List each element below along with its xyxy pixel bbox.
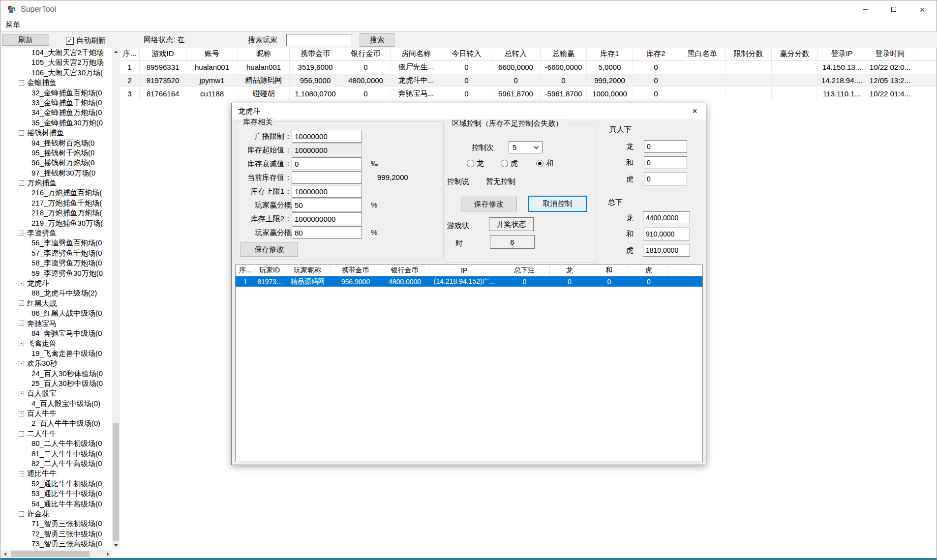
column-header[interactable]: 限制分数 [725,48,772,60]
stock-field-input[interactable] [292,199,362,211]
tree-group[interactable]: -奔驰宝马 [1,319,112,328]
column-header[interactable]: 赢分分数 [772,48,818,60]
tree-group[interactable]: -万炮捕鱼 [1,178,112,188]
radio-dragon[interactable]: 龙 [467,159,484,168]
tree-group[interactable]: -龙虎斗 [1,278,112,288]
column-header[interactable]: 序... [120,48,140,60]
tree-item[interactable]: 104_大闹天宫2千炮场 [1,48,112,58]
dialog-column-header[interactable]: 总下注 [499,265,550,276]
tree-item[interactable]: 57_李逵劈鱼千炮场(0 [1,248,112,258]
real-bet-input[interactable] [644,156,687,169]
dialog-table-row[interactable]: 181973...精品源码网956,90004800,0000(14.218.9… [236,276,702,287]
cancel-control-button[interactable]: 取消控制 [528,196,587,212]
radio-tie[interactable]: 和 [536,159,553,168]
tree-item[interactable]: 72_智勇三张中级场(0 [1,529,112,539]
scroll-left-button[interactable] [1,550,9,558]
time-value-box[interactable]: 6 [490,235,535,249]
stock-field-input[interactable] [292,185,362,198]
refresh-button[interactable]: 刷新 [2,34,49,46]
collapse-icon[interactable]: - [19,471,24,476]
stock-field-input[interactable] [292,157,362,170]
collapse-icon[interactable]: - [19,180,24,186]
tree-item[interactable]: 33_金蝉捕鱼千炮场(0 [1,98,112,108]
real-bet-input[interactable] [644,173,687,185]
tree-item[interactable]: 54_通比牛牛高级场(0 [1,499,112,509]
search-button[interactable]: 搜索 [360,33,394,47]
tree-horizontal-scrollbar[interactable] [1,550,112,558]
collapse-icon[interactable]: - [19,431,24,437]
tree-item[interactable]: 96_摇钱树万炮场(0 [1,158,112,168]
tree-item[interactable]: 35_金蝉捕鱼30万炮(0 [1,118,112,128]
tree-item[interactable]: 86_红黑大战中级场(0 [1,308,112,318]
column-header[interactable]: 房间名称 [391,48,442,60]
stock-field-input[interactable] [292,212,362,225]
collapse-icon[interactable]: - [19,80,24,86]
tree-item[interactable]: 56_李逵劈鱼百炮场(0 [1,238,112,248]
collapse-icon[interactable]: - [19,281,24,286]
tree-item[interactable]: 84_奔驰宝马中级场(0 [1,328,112,338]
real-bet-input[interactable] [644,140,687,153]
tree-item[interactable]: 19_飞禽走兽中级场(0 [1,349,112,358]
collapse-icon[interactable]: - [19,411,24,416]
collapse-icon[interactable]: - [19,511,24,517]
column-header[interactable]: 银行金币 [341,48,391,60]
tree-item[interactable]: 24_百人30秒体验场(0 [1,369,112,379]
vertical-scrollbar-thumb[interactable] [113,423,119,541]
dialog-column-header[interactable]: IP [429,265,499,276]
tree-item[interactable]: 80_二人牛牛初级场(0 [1,439,112,448]
dialog-column-header[interactable]: 虎 [629,265,668,276]
tree-item[interactable]: 59_李逵劈鱼30万炮(0 [1,268,112,278]
dialog-column-header[interactable]: 龙 [550,265,589,276]
column-header[interactable]: 携带金币 [290,48,341,60]
column-header[interactable]: 今日转入 [442,48,491,60]
tree-item[interactable]: 95_摇钱树千炮场(0 [1,148,112,158]
collapse-icon[interactable]: - [19,130,24,136]
column-header[interactable]: 游戏ID [140,48,186,60]
collapse-icon[interactable]: - [19,391,24,396]
tree-item[interactable]: 217_万炮捕鱼千炮场( [1,198,112,208]
tree-item[interactable]: 105_大闹天宫2万炮场 [1,58,112,67]
tree-item[interactable]: 218_万炮捕鱼万炮场( [1,208,112,218]
stock-save-button[interactable]: 保存修改 [241,242,298,257]
tree-group[interactable]: -摇钱树捕鱼 [1,128,112,138]
tree-group[interactable]: -金蟾捕鱼 [1,78,112,88]
tree-item[interactable]: 2_百人牛牛中级场(0) [1,418,112,428]
dialog-close-button[interactable]: × [684,103,706,119]
tree-item[interactable]: 4_百人骰宝中级场(0) [1,399,112,409]
auto-refresh-checkbox[interactable]: ✓ 自动刷新 [66,36,106,45]
dialog-column-header[interactable]: 银行金币 [380,265,429,276]
collapse-icon[interactable]: - [19,321,24,326]
column-header[interactable]: 库存2 [633,48,679,60]
column-header[interactable]: 账号 [186,48,238,60]
tree-item[interactable]: 94_摇钱树百炮场(0 [1,138,112,148]
table-row[interactable]: 381766164cu1188碰碰胡1,1080,07000奔驰宝马...059… [120,87,936,100]
tree-group[interactable]: -百人牛牛 [1,409,112,418]
dialog-column-header[interactable]: 和 [589,265,629,276]
tree-group[interactable]: -飞禽走兽 [1,338,112,348]
collapse-icon[interactable]: - [19,231,24,236]
tree-group[interactable]: -红黑大战 [1,298,112,308]
scroll-up-button[interactable] [112,48,120,56]
dialog-column-header[interactable]: 玩家昵称 [284,265,331,276]
minimize-button[interactable] [851,0,879,18]
tree-item[interactable]: 73_智勇三张高级场(0 [1,539,112,549]
stock-field-input[interactable] [292,144,362,156]
table-row[interactable]: 281973520jpymw1精品源码网956,90004800,0000龙虎斗… [120,74,936,87]
column-header[interactable]: 黑白名单 [679,48,725,60]
tree-group[interactable]: -李逵劈鱼 [1,228,112,238]
collapse-icon[interactable]: - [19,361,24,366]
tree-group[interactable]: -诈金花 [1,509,112,519]
scroll-right-button[interactable] [104,550,112,558]
column-header[interactable]: 总输赢 [541,48,587,60]
tree-item[interactable]: 58_李逵劈鱼万炮场(0 [1,258,112,268]
tree-item[interactable]: 71_智勇三张初级场(0 [1,519,112,529]
horizontal-scrollbar-thumb[interactable] [11,551,90,557]
tree-item[interactable]: 216_万炮捕鱼百炮场( [1,188,112,198]
total-bet-input[interactable] [643,211,690,224]
tree-item[interactable]: 97_摇钱树30万场(0 [1,168,112,178]
tree-group[interactable]: -百人骰宝 [1,388,112,398]
tree-item[interactable]: 25_百人30秒中级场(0 [1,379,112,388]
dialog-column-header[interactable]: 玩家ID [255,265,284,276]
scroll-down-button[interactable] [112,541,120,550]
dialog-column-header[interactable]: 携带金币 [331,265,380,276]
